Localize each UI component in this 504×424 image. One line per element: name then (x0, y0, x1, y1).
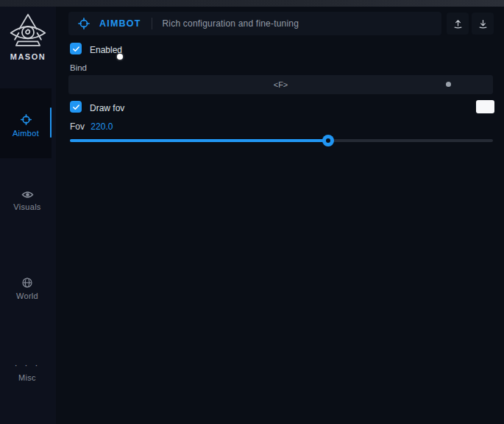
divider (152, 18, 152, 29)
sidebar-item-label: World (1, 292, 53, 300)
bind-key-input[interactable]: <F> (68, 75, 493, 94)
fov-slider[interactable] (70, 135, 493, 146)
sidebar-item-label: Misc (1, 373, 53, 382)
slider-handle[interactable] (322, 135, 334, 146)
globe-icon (21, 277, 33, 289)
draw-fov-checkbox[interactable] (70, 101, 82, 113)
sidebar: MASON Aimbot Visuals (0, 7, 56, 424)
mason-window: MASON Aimbot Visuals (0, 0, 504, 424)
bind-label: Bind (70, 63, 87, 72)
page-title: AIMBOT (99, 18, 141, 29)
download-config-button[interactable] (472, 13, 494, 35)
enabled-label: Enabled (90, 45, 122, 55)
fov-readout: Fov 220.0 (70, 121, 113, 132)
ellipsis-icon: · · · (1, 361, 53, 369)
bind-value: <F> (274, 80, 288, 89)
app-logo: MASON (0, 13, 56, 61)
check-icon (72, 103, 80, 111)
sidebar-item-misc[interactable]: · · · Misc (1, 361, 53, 382)
sidebar-item-label: Aimbot (0, 129, 52, 138)
draw-fov-label: Draw fov (90, 103, 124, 113)
titlebar (0, 0, 504, 7)
slider-fill (70, 139, 328, 142)
sidebar-item-aimbot[interactable]: Aimbot (0, 88, 52, 158)
bind-indicator-dot (446, 82, 451, 87)
upload-config-button[interactable] (447, 13, 469, 35)
pyramid-eye-icon (7, 13, 49, 51)
download-icon (478, 18, 489, 29)
crosshair-icon (20, 113, 32, 126)
page-header: AIMBOT Rich configuration and fine-tunin… (68, 12, 441, 35)
sidebar-item-world[interactable]: World (1, 277, 53, 300)
fov-value: 220.0 (90, 121, 113, 132)
check-icon (72, 45, 80, 53)
mouse-cursor (117, 54, 123, 60)
active-indicator (50, 107, 52, 138)
fov-color-swatch[interactable] (476, 100, 494, 113)
eye-icon (21, 190, 34, 199)
sidebar-item-visuals[interactable]: Visuals (1, 190, 53, 211)
sidebar-item-label: Visuals (1, 202, 53, 211)
page-subtitle: Rich configuration and fine-tuning (163, 18, 299, 29)
logo-text: MASON (0, 52, 56, 61)
crosshair-icon (77, 17, 90, 30)
fov-label: Fov (70, 121, 85, 132)
enabled-checkbox[interactable] (70, 43, 82, 54)
upload-icon (452, 18, 464, 29)
